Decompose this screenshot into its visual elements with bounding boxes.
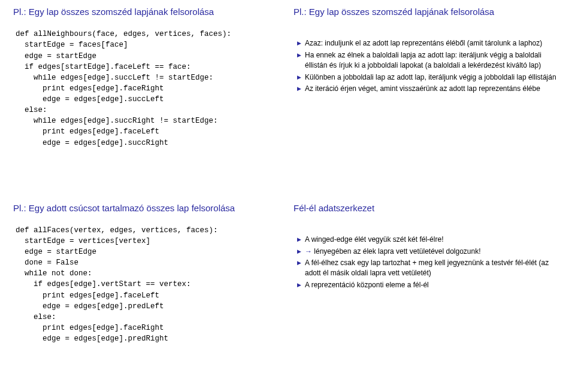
triangle-icon: ▶ (297, 39, 301, 47)
triangle-icon: ▶ (297, 248, 301, 256)
quadrant-bottom-left: Pl.: Egy adott csúcsot tartalmazó összes… (13, 202, 282, 381)
bullet-text: A fél-élhez csak egy lap tartozhat + meg… (305, 258, 562, 278)
list-item: ▶ Azaz: induljunk el az adott lap reprez… (297, 38, 562, 48)
bullet-list-q4: ▶ A winged-edge élét vegyük szét két fél… (297, 235, 562, 292)
bullet-list-q2: ▶ Azaz: induljunk el az adott lap reprez… (297, 38, 562, 96)
triangle-icon: ▶ (297, 85, 301, 93)
list-item: ▶ A winged-edge élét vegyük szét két fél… (297, 235, 562, 245)
triangle-icon: ▶ (297, 74, 301, 81)
triangle-icon: ▶ (297, 236, 301, 244)
list-item: ▶ Az iteráció érjen véget, amint visszaé… (297, 84, 562, 94)
bullet-text: Ha ennek az élnek a baloldali lapja az a… (305, 50, 562, 71)
code-q3: def allFaces(vertex, edges, vertices, fa… (16, 225, 282, 344)
bullet-text: A winged-edge élét vegyük szét két fél-é… (305, 235, 562, 245)
list-item: ▶ Különben a jobboldali lap az adott lap… (297, 72, 562, 83)
quadrant-top-right: Pl.: Egy lap összes szomszéd lapjának fe… (293, 6, 562, 184)
bullet-text: → lényegében az élek lapra vett vetületé… (305, 247, 562, 257)
quadrant-bottom-right: Fél-él adatszerkezet ▶ A winged-edge élé… (293, 202, 562, 381)
triangle-icon: ▶ (297, 281, 301, 289)
list-item: ▶ → lényegében az élek lapra vett vetüle… (297, 247, 562, 257)
quadrant-top-left: Pl.: Egy lap összes szomszéd lapjának fe… (13, 6, 282, 184)
bullet-text: Különben a jobboldali lap az adott lap, … (305, 72, 562, 83)
triangle-icon: ▶ (297, 51, 301, 59)
list-item: ▶ Ha ennek az élnek a baloldali lapja az… (297, 50, 562, 71)
bullet-text: Azaz: induljunk el az adott lap reprezen… (305, 38, 562, 48)
triangle-icon: ▶ (297, 259, 301, 267)
list-item: ▶ A reprezentáció központi eleme a fél-é… (297, 280, 562, 290)
bullet-text: Az iteráció érjen véget, amint visszaérü… (305, 84, 562, 94)
bullet-text: A reprezentáció központi eleme a fél-él (305, 280, 562, 290)
heading-q2: Pl.: Egy lap összes szomszéd lapjának fe… (293, 6, 562, 18)
arrow-prefix: → (305, 247, 314, 256)
list-item: ▶ A fél-élhez csak egy lap tartozhat + m… (297, 258, 562, 278)
code-q1: def allNeighbours(face, edges, vertices,… (16, 29, 282, 148)
heading-q3: Pl.: Egy adott csúcsot tartalmazó összes… (13, 202, 282, 214)
bullet-rest: lényegében az élek lapra vett vetületéve… (314, 247, 480, 256)
heading-q4: Fél-él adatszerkezet (293, 202, 562, 214)
heading-q1: Pl.: Egy lap összes szomszéd lapjának fe… (13, 6, 282, 18)
